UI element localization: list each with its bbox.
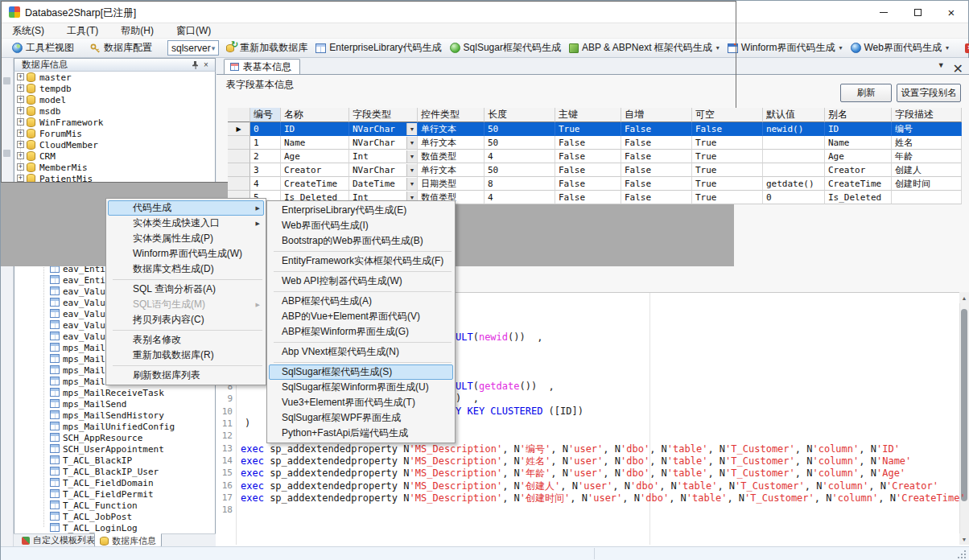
grid-header-5[interactable]: 长度: [484, 108, 555, 122]
grid-cell[interactable]: [763, 150, 825, 163]
grid-row-selector[interactable]: [228, 177, 250, 191]
grid-cell[interactable]: 0: [763, 191, 825, 204]
tree-item-table[interactable]: T_ACL_FieldDomain: [63, 477, 154, 488]
grid-header-8[interactable]: 可空: [692, 108, 763, 122]
grid-cell[interactable]: 年龄: [892, 150, 962, 163]
grid-cell[interactable]: 0: [250, 122, 281, 136]
menu-item[interactable]: SqlSugar框架WPF界面生成: [267, 410, 455, 426]
cell-dropdown-button[interactable]: ▼: [406, 178, 417, 190]
grid-header-7[interactable]: 自增: [621, 108, 692, 122]
tree-item-table[interactable]: mps_MailUnifiedConfig: [63, 421, 175, 432]
grid-cell[interactable]: True: [692, 163, 763, 177]
maximize-button[interactable]: [901, 1, 934, 23]
menu-item[interactable]: EnterpriseLibrary代码生成(E): [267, 203, 455, 218]
menu-item[interactable]: ABP框架代码生成(A): [267, 294, 455, 309]
grid-cell[interactable]: [763, 163, 825, 177]
grid-cell[interactable]: Creator: [281, 163, 349, 177]
chevron-down-icon[interactable]: ▾: [839, 44, 842, 51]
menu-item[interactable]: SqlSugar框架Winform界面生成(U): [267, 380, 455, 395]
grid-row-selector[interactable]: ▶: [228, 122, 250, 136]
tree-item-table[interactable]: T_ACL_BlackIP_User: [63, 466, 159, 477]
scrollbar-thumb[interactable]: [961, 309, 967, 501]
grid-cell[interactable]: 2: [250, 150, 281, 163]
cell-dropdown-button[interactable]: ▼: [406, 137, 417, 149]
grid-header-10[interactable]: 别名: [825, 108, 892, 122]
menu-item[interactable]: SQL 查询分析器(A): [106, 282, 266, 297]
grid-cell[interactable]: ID: [825, 122, 892, 136]
grid-cell[interactable]: Age: [281, 150, 349, 163]
grid-cell[interactable]: 50: [484, 136, 555, 150]
grid-cell[interactable]: True: [555, 122, 621, 136]
grid-cell[interactable]: False: [692, 122, 763, 136]
grid-cell[interactable]: 姓名: [892, 136, 962, 150]
tree-item-table[interactable]: T_ACL_FieldPermit: [63, 488, 154, 500]
grid-cell[interactable]: Creator: [825, 163, 892, 177]
grid-row-selector[interactable]: [228, 136, 250, 150]
menu-item[interactable]: 重新加载数据库(R): [106, 348, 266, 363]
grid-cell[interactable]: newid(): [763, 122, 825, 136]
refresh-button[interactable]: 刷新: [840, 84, 892, 102]
menu-item[interactable]: 实体类属性生成(P): [106, 231, 266, 246]
grid-cell[interactable]: False: [555, 136, 621, 150]
menu-item[interactable]: 实体类生成快速入口▶: [106, 216, 266, 231]
grid-cell[interactable]: CreateTime: [281, 177, 349, 191]
grid-header-2[interactable]: 名称: [281, 108, 349, 122]
chevron-down-icon[interactable]: ▾: [946, 44, 949, 51]
resize-grip[interactable]: [957, 550, 967, 559]
grid-cell[interactable]: True: [692, 136, 763, 150]
menu-item[interactable]: Winform界面代码生成(W): [106, 246, 266, 261]
menu-item[interactable]: Abp VNext框架代码生成(N): [267, 344, 455, 360]
grid-cell[interactable]: [892, 191, 962, 204]
grid-header-4[interactable]: 控件类型: [418, 108, 484, 122]
grid-cell[interactable]: 单行文本: [418, 163, 484, 177]
menu-item[interactable]: 数据库文档生成(D): [106, 261, 266, 277]
grid-cell[interactable]: 4: [484, 191, 555, 204]
menu-item[interactable]: SQL语句生成(M)▶: [106, 297, 266, 312]
grid-cell[interactable]: 日期类型: [418, 177, 484, 191]
tree-item-table[interactable]: mps_MailSendHistory: [63, 410, 164, 421]
tree-item-table[interactable]: mps_MailReceiveTask: [63, 387, 164, 398]
menu-item[interactable]: 拷贝列表内容(C): [106, 312, 266, 327]
cell-dropdown-button[interactable]: ▼: [406, 150, 417, 163]
tree-item-table[interactable]: T_ACL_JobPost: [63, 511, 132, 522]
winform-codegen-button[interactable]: Winform界面代码生成▾: [724, 39, 847, 57]
tree-item-table[interactable]: mps_MailSend: [63, 398, 126, 410]
grid-cell[interactable]: Name: [825, 136, 892, 150]
grid-header-9[interactable]: 默认值: [763, 108, 825, 122]
grid-cell[interactable]: True: [692, 191, 763, 204]
menu-item[interactable]: 刷新数据库列表: [106, 368, 266, 383]
grid-header-6[interactable]: 主键: [555, 108, 621, 122]
menu-item[interactable]: Vue3+Element界面代码生成(T): [267, 395, 455, 410]
grid-cell[interactable]: Name: [281, 136, 349, 150]
grid-cell[interactable]: 4: [250, 177, 281, 191]
grid-cell[interactable]: True: [692, 177, 763, 191]
tree-item-table[interactable]: SCH_UserAppointment: [63, 443, 164, 455]
grid-cell[interactable]: False: [555, 150, 621, 163]
grid-cell[interactable]: 编号: [892, 122, 962, 136]
scrollbar-down-icon[interactable]: ▼: [959, 533, 969, 545]
tree-item-table[interactable]: SCH_AppResource: [63, 432, 142, 443]
grid-cell[interactable]: getdate(): [763, 177, 825, 191]
grid-cell[interactable]: 50: [484, 163, 555, 177]
set-field-alias-button[interactable]: 设置字段别名: [897, 84, 961, 102]
grid-cell[interactable]: 8: [484, 177, 555, 191]
grid-cell[interactable]: False: [621, 163, 692, 177]
menu-item[interactable]: Web界面代码生成(I): [267, 218, 455, 233]
grid-cell[interactable]: [763, 136, 825, 150]
grid-header-1[interactable]: 编号: [250, 108, 281, 122]
grid-cell[interactable]: 单行文本: [418, 122, 484, 136]
grid-cell[interactable]: 创建时间: [892, 177, 962, 191]
grid-cell[interactable]: False: [621, 177, 692, 191]
grid-cell[interactable]: 1: [250, 136, 281, 150]
menu-item[interactable]: Python+FastApi后端代码生成: [267, 426, 455, 441]
grid-cell[interactable]: False: [555, 177, 621, 191]
menu-item[interactable]: Web API控制器代码生成(W): [267, 274, 455, 289]
grid-cell[interactable]: 4: [484, 150, 555, 163]
grid-header-11[interactable]: 字段描述: [892, 108, 962, 122]
web-codegen-button[interactable]: Web界面代码生成▾: [847, 39, 953, 57]
grid-cell[interactable]: Age: [825, 150, 892, 163]
menu-item[interactable]: ABP的Vue+Element界面代码(V): [267, 309, 455, 324]
cell-dropdown-button[interactable]: ▼: [406, 164, 417, 176]
grid-cell[interactable]: False: [555, 191, 621, 204]
tree-item-table[interactable]: T_ACL_Function: [63, 500, 138, 511]
